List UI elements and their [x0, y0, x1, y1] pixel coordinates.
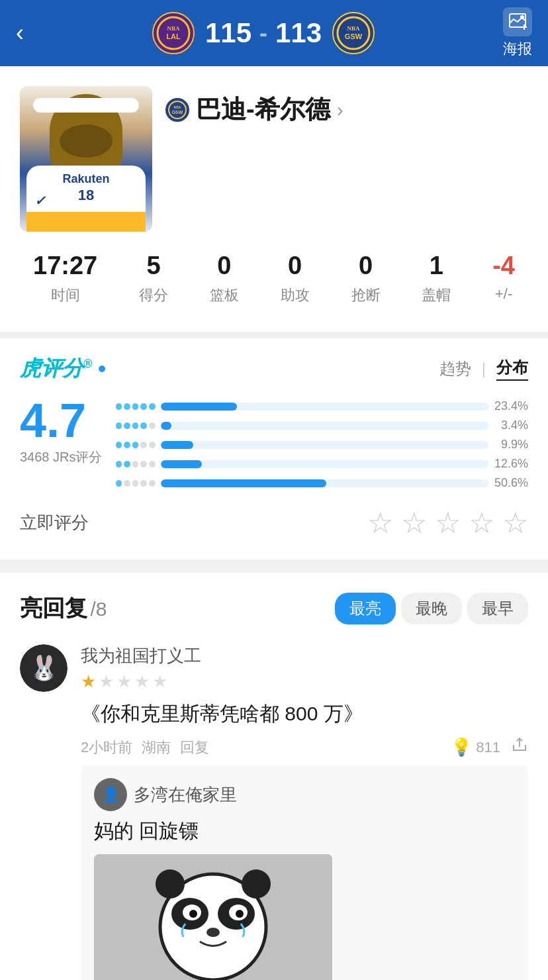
comment-body: 我为祖国打义工 ★ ★ ★ ★ ★ 《你和克里斯蒂凭啥都 800 万》 2小时前… — [81, 644, 528, 980]
svg-text:NBA: NBA — [347, 25, 361, 32]
rating-star-3[interactable]: ☆ — [435, 506, 461, 540]
rating-star-5[interactable]: ☆ — [502, 506, 528, 540]
comment-item: 🐰 我为祖国打义工 ★ ★ ★ ★ ★ 《你和克里斯蒂凭啥都 800 万》 2小… — [20, 644, 528, 980]
rating-logo: 虎评分® — [20, 354, 105, 383]
comments-title: 亮回复 — [20, 595, 87, 620]
star-dot-empty — [132, 480, 139, 487]
comment-star-1[interactable]: ★ — [81, 671, 96, 692]
sort-btn-latest[interactable]: 最晚 — [401, 593, 462, 624]
rating-score: 4.7 — [20, 397, 103, 444]
stat-points: 5 得分 — [139, 252, 168, 305]
trend-tab[interactable]: 趋势 — [439, 358, 471, 379]
player-link-chevron: › — [337, 99, 343, 121]
star-dot — [132, 403, 139, 410]
gsw-team-logo[interactable]: NBA GSW — [332, 12, 375, 54]
registered-mark: ® — [83, 357, 92, 370]
comment-avatar: 🐰 — [20, 644, 68, 692]
star-dot-empty — [140, 480, 147, 487]
comment-time: 2小时前 — [81, 738, 132, 758]
bar-row-2: 12.6% — [116, 457, 529, 471]
star-dot — [124, 422, 130, 429]
stat-steals: 0 抢断 — [351, 252, 381, 305]
stat-points-label: 得分 — [139, 285, 168, 305]
stat-steals-value: 0 — [359, 252, 373, 280]
star-dot-empty — [140, 461, 147, 467]
bar-track-1 — [161, 479, 489, 487]
score-section: NBA LAL 115 - 113 NBA GSW — [152, 12, 375, 54]
like-count: 811 — [476, 739, 500, 756]
stat-steals-label: 抢断 — [351, 285, 381, 305]
stat-blocks-value: 1 — [430, 252, 443, 280]
comment-star-2[interactable]: ★ — [99, 671, 114, 692]
comment-star-4[interactable]: ★ — [134, 671, 150, 692]
rating-star-2[interactable]: ☆ — [401, 506, 427, 540]
reply-username: 👤 多湾在俺家里 — [94, 778, 515, 811]
comment-stars: ★ ★ ★ ★ ★ — [81, 671, 528, 692]
bar-track-2 — [161, 460, 489, 468]
stat-time-label: 时间 — [51, 285, 80, 305]
bar-fill-4 — [161, 422, 172, 430]
reply-link[interactable]: 回复 — [180, 738, 209, 758]
score-display: 115 - 113 — [205, 17, 322, 49]
like-button[interactable]: 💡 811 — [451, 737, 500, 758]
bar-fill-3 — [161, 441, 193, 449]
rating-content: 4.7 3468 JRs评分 23.4% — [20, 397, 528, 490]
comment-star-5[interactable]: ★ — [152, 671, 167, 692]
bar-track-5 — [161, 403, 489, 411]
comment-time-location: 2小时前 湖南 回复 — [81, 738, 209, 758]
sort-btn-earliest[interactable]: 最早 — [467, 593, 528, 624]
player-info-row: Rakuten 18 ✓ NBA GSW 巴迪-希尔德 › — [20, 86, 528, 232]
stat-plusminus-label: +/- — [495, 285, 512, 303]
bar-fill-5 — [161, 403, 238, 411]
rating-left: 4.7 3468 JRs评分 — [20, 397, 103, 490]
sort-btn-brightest[interactable]: 最亮 — [335, 593, 396, 624]
header: ‹ NBA LAL 115 - 113 NBA GSW — [0, 0, 548, 66]
lal-team-logo[interactable]: NBA LAL — [152, 12, 195, 54]
star-dot — [124, 461, 130, 467]
stat-rebounds: 0 篮板 — [210, 252, 239, 305]
light-bulb-icon: 💡 — [451, 737, 472, 758]
stat-points-value: 5 — [146, 252, 160, 280]
stat-assists-label: 助攻 — [281, 285, 310, 305]
star-dot — [132, 422, 139, 429]
back-button[interactable]: ‹ — [16, 19, 24, 47]
stat-plusminus: -4 +/- — [492, 252, 515, 305]
bar-pct-2: 12.6% — [494, 457, 528, 471]
bar-row-3: 9.9% — [116, 438, 529, 452]
star-dot — [116, 403, 122, 410]
rating-header: 虎评分® 趋势 | 分布 — [20, 354, 528, 383]
svg-text:GSW: GSW — [172, 110, 183, 115]
stat-rebounds-value: 0 — [217, 252, 231, 280]
star-icons[interactable]: ☆ ☆ ☆ ☆ ☆ — [367, 506, 528, 540]
reply-username-text: 多湾在俺家里 — [134, 783, 237, 807]
gsw-team-badge: NBA GSW — [165, 98, 189, 122]
comment-username: 我为祖国打义工 — [81, 644, 528, 667]
star-dot — [124, 442, 130, 448]
rating-tabs: 趋势 | 分布 — [439, 357, 528, 381]
reply-meme-image — [94, 854, 332, 980]
share-button[interactable] — [511, 736, 528, 758]
stat-assists: 0 助攻 — [281, 252, 310, 305]
star-dots-2 — [116, 461, 156, 467]
rating-star-1[interactable]: ☆ — [367, 506, 393, 540]
rating-star-4[interactable]: ☆ — [469, 506, 494, 540]
star-dot-empty — [149, 461, 156, 467]
rating-logo-text: 虎评分® — [20, 354, 92, 383]
svg-text:NBA: NBA — [167, 25, 180, 32]
bar-pct-3: 9.9% — [494, 438, 528, 452]
star-dot — [149, 403, 156, 410]
svg-point-23 — [156, 869, 185, 899]
comment-star-3[interactable]: ★ — [116, 671, 132, 692]
distribute-tab[interactable]: 分布 — [496, 357, 528, 381]
player-name-row[interactable]: NBA GSW 巴迪-希尔德 › — [165, 93, 343, 126]
star-dots-4 — [116, 422, 156, 429]
bar-fill-2 — [161, 460, 202, 468]
svg-text:NBA: NBA — [174, 105, 181, 109]
poster-button[interactable]: 海报 — [503, 7, 532, 59]
rating-bars: 23.4% 3.4% — [116, 397, 529, 490]
star-dot-empty — [149, 442, 156, 448]
comment-meta: 2小时前 湖南 回复 💡 811 — [81, 736, 528, 758]
rating-section: 虎评分® 趋势 | 分布 4.7 3468 JRs评分 — [0, 338, 548, 566]
star-dot-empty — [132, 461, 139, 467]
bar-fill-1 — [161, 479, 327, 487]
